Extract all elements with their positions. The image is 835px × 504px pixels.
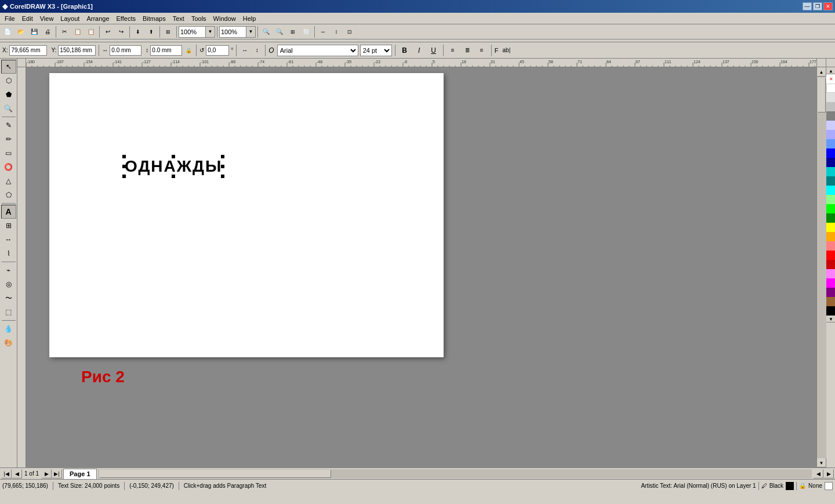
- cut-button[interactable]: ✂: [58, 26, 71, 38]
- select-tool[interactable]: ↖: [1, 60, 16, 74]
- menu-edit[interactable]: Edit: [19, 14, 37, 23]
- italic-btn[interactable]: I: [413, 44, 426, 57]
- eyedropper-tool[interactable]: 💧: [1, 322, 16, 336]
- color-red-light[interactable]: [826, 241, 835, 251]
- minimize-button[interactable]: —: [803, 2, 812, 10]
- table-tool[interactable]: ⊞: [1, 219, 16, 233]
- char-btn[interactable]: ab|: [500, 44, 513, 57]
- color-cyan[interactable]: [826, 186, 835, 195]
- scroll-up-btn[interactable]: ▲: [817, 67, 826, 77]
- menu-help[interactable]: Help: [239, 14, 260, 23]
- first-page-btn[interactable]: |◀: [1, 469, 12, 478]
- color-teal[interactable]: [826, 176, 835, 186]
- color-blue[interactable]: [826, 148, 835, 158]
- menu-effects[interactable]: Effects: [113, 14, 139, 23]
- x-input[interactable]: [9, 45, 47, 56]
- align-btn[interactable]: ≡: [446, 44, 459, 57]
- next-page-btn[interactable]: ▶: [41, 469, 52, 478]
- shape-tool[interactable]: ⬡: [1, 74, 16, 88]
- bold-btn[interactable]: B: [398, 44, 411, 57]
- canvas-text-element[interactable]: ОДНАЖДЫ: [125, 157, 222, 176]
- zoom-out-btn[interactable]: 🔍: [260, 26, 273, 38]
- zoom2-input[interactable]: [220, 28, 246, 35]
- color-dark-gray[interactable]: [826, 111, 835, 121]
- menu-layout[interactable]: Layout: [57, 14, 83, 23]
- palette-up-arrow[interactable]: ▲: [826, 67, 835, 74]
- indent-btn[interactable]: ≣: [461, 44, 474, 57]
- mirror-h-prop-btn[interactable]: ↔: [239, 45, 250, 56]
- color-light-blue[interactable]: [826, 130, 835, 139]
- color-green-light[interactable]: [826, 195, 835, 204]
- import-button[interactable]: ⬇: [132, 26, 144, 38]
- color-purple[interactable]: [826, 288, 835, 297]
- blend-tool[interactable]: ⌁: [1, 263, 16, 277]
- open-button[interactable]: 📂: [14, 26, 27, 38]
- h-scroll-right-btn[interactable]: ▶: [823, 469, 834, 478]
- color-teal2[interactable]: [826, 167, 835, 176]
- connector-tool[interactable]: ⌇: [1, 246, 16, 260]
- zoom1-arrow[interactable]: ▼: [205, 27, 215, 37]
- color-light-gray[interactable]: [826, 93, 835, 102]
- color-dark-red[interactable]: [826, 260, 835, 269]
- menu-window[interactable]: Window: [210, 14, 239, 23]
- zoom-in-btn[interactable]: 🔍: [273, 26, 286, 38]
- angle-input[interactable]: [206, 45, 229, 56]
- envelope-tool[interactable]: ⬚: [1, 305, 16, 319]
- horizontal-scrollbar[interactable]: [98, 469, 812, 478]
- menu-arrange[interactable]: Arrange: [83, 14, 112, 23]
- menu-view[interactable]: View: [37, 14, 57, 23]
- lock-ratio-btn[interactable]: 🔒: [184, 46, 193, 55]
- color-black[interactable]: [826, 306, 835, 316]
- color-blue2[interactable]: [826, 139, 835, 148]
- zoom1-input[interactable]: [179, 28, 205, 35]
- color-white[interactable]: [826, 84, 835, 93]
- color-magenta[interactable]: [826, 278, 835, 288]
- h-scroll-left-btn[interactable]: ◀: [813, 469, 823, 478]
- scroll-down-btn[interactable]: ▼: [817, 458, 826, 467]
- new-button[interactable]: 📄: [1, 26, 14, 38]
- export-button[interactable]: ⬆: [145, 26, 158, 38]
- color-gray[interactable]: [826, 102, 835, 111]
- menu-text[interactable]: Text: [169, 14, 188, 23]
- print-button[interactable]: 🖨: [41, 26, 54, 38]
- mirror-h-btn[interactable]: ↔: [317, 26, 329, 38]
- size-select[interactable]: 24 pt: [360, 45, 392, 56]
- color-x[interactable]: ✕: [826, 74, 835, 84]
- menu-file[interactable]: File: [1, 14, 19, 23]
- height-input[interactable]: [150, 45, 182, 56]
- menu-bitmaps[interactable]: Bitmaps: [139, 14, 169, 23]
- color-brown[interactable]: [826, 297, 835, 306]
- rect-tool[interactable]: ▭: [1, 146, 16, 160]
- underline-btn[interactable]: U: [427, 44, 440, 57]
- scroll-thumb[interactable]: [818, 78, 826, 113]
- menu-tools[interactable]: Tools: [188, 14, 210, 23]
- prev-page-btn[interactable]: ◀: [12, 469, 22, 478]
- zoom-page-btn[interactable]: ⬜: [300, 26, 313, 38]
- crop-tool[interactable]: ⬟: [1, 88, 16, 101]
- fill-tool[interactable]: 🎨: [1, 336, 16, 350]
- mirror-v-btn[interactable]: ↕: [330, 26, 343, 38]
- undo-button[interactable]: ↩: [101, 26, 114, 38]
- polygon-tool[interactable]: △: [1, 174, 16, 188]
- mirror-v-prop-btn[interactable]: ↕: [252, 45, 262, 56]
- freehand-tool[interactable]: ✎: [1, 118, 16, 132]
- color-lavender[interactable]: [826, 121, 835, 130]
- basic-shapes-tool[interactable]: ⬠: [1, 188, 16, 202]
- distort-tool[interactable]: 〜: [1, 291, 16, 305]
- dimension-tool[interactable]: ↔: [1, 233, 16, 246]
- color-dark-green[interactable]: [826, 213, 835, 223]
- h-scroll-thumb[interactable]: [99, 470, 331, 478]
- color-navy[interactable]: [826, 158, 835, 167]
- palette-down-arrow[interactable]: ▼: [826, 316, 835, 322]
- color-pink[interactable]: [826, 269, 835, 278]
- redo-button[interactable]: ↪: [115, 26, 128, 38]
- color-orange[interactable]: [826, 232, 835, 241]
- restore-button[interactable]: ❐: [813, 2, 822, 10]
- contour-tool[interactable]: ◎: [1, 277, 16, 291]
- copy-button[interactable]: 📋: [71, 26, 84, 38]
- color-red[interactable]: [826, 251, 835, 260]
- snap-btn[interactable]: ⊡: [343, 26, 356, 38]
- canvas-viewport[interactable]: ОДНАЖДЫ Рис 2: [26, 67, 816, 467]
- zoom-tool[interactable]: 🔍: [1, 101, 16, 115]
- save-button[interactable]: 💾: [28, 26, 41, 38]
